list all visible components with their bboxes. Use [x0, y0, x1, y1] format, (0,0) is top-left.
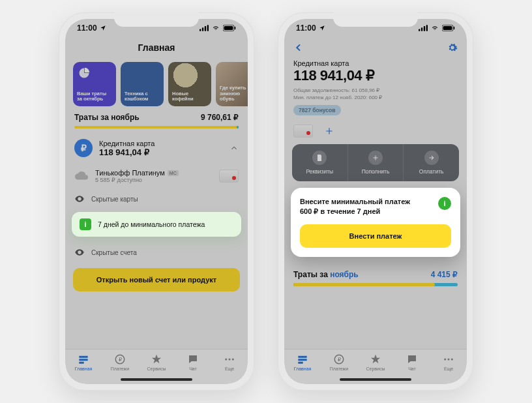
wifi-icon [430, 25, 439, 31]
action-requisites[interactable]: Реквизиты [292, 144, 348, 181]
status-time: 11:00 [77, 23, 97, 33]
platinum-avail: 5 585 ₽ доступно [95, 177, 213, 183]
add-card-button[interactable] [319, 125, 339, 138]
tab-services[interactable]: Сервисы [359, 353, 392, 371]
svg-rect-5 [224, 26, 233, 30]
battery-icon [223, 25, 236, 31]
svg-point-28 [448, 359, 450, 361]
credit-amount: 118 941,04 ₽ [99, 147, 223, 157]
svg-text:₽: ₽ [338, 357, 341, 363]
header [284, 37, 467, 58]
bonus-pill[interactable]: 7827 бонусов [293, 105, 341, 115]
actions-row: Реквизиты Пополнить Оплатить [292, 144, 459, 181]
screen-a: 11:00 Главная Ваши траты за октябрь [65, 19, 248, 384]
header: Главная [65, 37, 248, 58]
svg-rect-1 [202, 27, 203, 31]
svg-rect-9 [79, 362, 84, 364]
svg-rect-15 [419, 29, 420, 31]
svg-point-27 [444, 359, 446, 361]
tab-home[interactable]: Главная [286, 353, 319, 371]
spend-bar [74, 126, 239, 128]
notice-text: 7 дней до минимального платежа [98, 220, 205, 228]
status-time: 11:00 [296, 23, 316, 33]
chevron-left-icon [293, 42, 304, 53]
home-indicator [121, 378, 192, 381]
min-payment-notice[interactable]: i 7 дней до минимального платежа [72, 212, 241, 237]
card-thumbnail [219, 170, 239, 183]
svg-rect-22 [298, 356, 307, 358]
location-icon [319, 25, 325, 31]
hidden-accounts-row[interactable]: Скрытые счета [65, 242, 248, 263]
card-thumbnail[interactable] [293, 125, 313, 138]
document-icon [316, 154, 323, 162]
credit-card-row[interactable]: ₽ Кредитная карта 118 941,04 ₽ [65, 132, 248, 164]
wifi-icon [211, 25, 220, 31]
svg-rect-7 [79, 356, 88, 358]
svg-rect-2 [205, 26, 206, 31]
settings-button[interactable] [447, 42, 458, 53]
tab-services[interactable]: Сервисы [140, 353, 173, 371]
page-title: Главная [138, 42, 175, 53]
spend-row[interactable]: Траты за ноябрь 4 415 ₽ [284, 263, 467, 282]
svg-text:₽: ₽ [119, 357, 122, 363]
notch [333, 12, 418, 27]
plus-circle-icon [372, 154, 379, 162]
more-icon [442, 353, 455, 365]
open-product-button[interactable]: Открыть новый счет или продукт [73, 268, 240, 291]
chevron-up-icon [229, 143, 239, 153]
svg-rect-0 [200, 29, 201, 31]
screen-b: 11:00 Кредитная карта 118 [284, 19, 467, 384]
account-label: Кредитная карта [293, 59, 458, 67]
plus-icon [325, 127, 334, 136]
tab-chat[interactable]: Чат [395, 353, 429, 371]
arrow-right-icon [428, 154, 436, 162]
svg-rect-3 [207, 25, 209, 31]
cards-mini-row [284, 119, 467, 144]
chat-icon [406, 353, 419, 365]
svg-point-13 [229, 359, 231, 361]
card-badge: MC [168, 170, 179, 176]
svg-rect-17 [424, 26, 425, 31]
action-topup[interactable]: Пополнить [348, 144, 404, 181]
signal-icon [200, 25, 209, 31]
popup-line2: 600 ₽ в течение 7 дней [300, 207, 432, 216]
spend-month: ноябрь [330, 270, 359, 279]
phone-left: 11:00 Главная Ваши траты за октябрь [59, 12, 254, 391]
tab-payments[interactable]: ₽ Платежи [103, 353, 137, 371]
tab-chat[interactable]: Чат [176, 353, 210, 371]
popup-line1: Внесите минимальный платеж [300, 197, 432, 207]
svg-rect-16 [421, 27, 422, 31]
tab-more[interactable]: Еще [432, 353, 466, 371]
story-card-coffee[interactable]: Новые кофейни [168, 62, 211, 106]
story-card-winter[interactable]: Где купить зимнюю обувь [216, 62, 248, 106]
story-card-spend[interactable]: Ваши траты за октябрь [73, 62, 116, 106]
tab-home[interactable]: Главная [66, 353, 100, 371]
stories-strip[interactable]: Ваши траты за октябрь Техника с кэшбэком… [65, 58, 248, 113]
story-card-cashback[interactable]: Техника с кэшбэком [121, 62, 164, 106]
star-icon [369, 353, 382, 365]
spend-summary[interactable]: Траты за ноябрь 9 760,61 ₽ [65, 113, 248, 126]
gear-icon [447, 42, 458, 53]
back-button[interactable] [293, 42, 304, 53]
svg-rect-6 [235, 27, 236, 30]
svg-rect-23 [298, 359, 307, 361]
eye-icon [74, 194, 85, 204]
svg-point-29 [451, 359, 453, 361]
eye-icon [74, 247, 85, 258]
platinum-row[interactable]: Тинькофф Платинум MC 5 585 ₽ доступно [65, 164, 248, 188]
home-indicator [340, 378, 411, 381]
svg-rect-21 [454, 27, 455, 30]
tab-more[interactable]: Еще [213, 353, 246, 371]
location-icon [100, 25, 106, 31]
svg-rect-8 [79, 359, 88, 361]
tab-payments[interactable]: ₽ Платежи [322, 353, 356, 371]
svg-rect-20 [443, 26, 452, 30]
make-payment-button[interactable]: Внести платеж [300, 224, 451, 248]
action-pay[interactable]: Оплатить [404, 144, 459, 181]
hidden-cards-row[interactable]: Скрытые карты [65, 188, 248, 209]
signal-icon [419, 25, 428, 31]
platinum-name: Тинькофф Платинум [95, 169, 165, 177]
more-icon [223, 353, 236, 365]
svg-point-14 [232, 359, 234, 361]
phone-right: 11:00 Кредитная карта 118 [278, 12, 473, 391]
